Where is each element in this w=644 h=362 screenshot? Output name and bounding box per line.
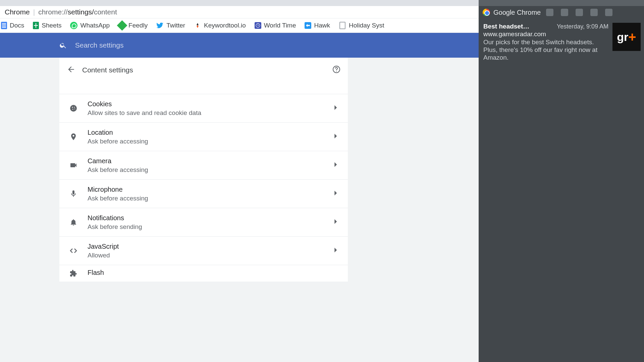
setting-location[interactable]: Location Ask before accessing <box>59 122 348 151</box>
setting-title: JavaScript <box>88 243 119 250</box>
chevron-right-icon <box>334 219 338 225</box>
feedly-icon <box>117 20 127 31</box>
notification-thumbnail: gr+ <box>612 23 641 51</box>
bookmark-label: WhatsApp <box>80 22 110 29</box>
setting-title: Camera <box>88 157 148 165</box>
whatsapp-icon <box>70 22 77 29</box>
microphone-icon <box>69 190 83 198</box>
bookmark-label: Sheets <box>42 22 61 29</box>
menubar-icon <box>590 9 598 16</box>
chevron-right-icon <box>334 162 338 168</box>
location-icon <box>69 133 83 141</box>
url-scheme: chrome:// <box>38 8 68 16</box>
bookmark-docs[interactable]: Docs <box>1 22 24 29</box>
content-settings-panel: Content settings Cookies Allow sites to … <box>59 58 348 282</box>
setting-subtitle: Ask before accessing <box>88 195 148 202</box>
puzzle-icon <box>69 269 83 278</box>
docs-icon <box>1 22 7 29</box>
notification-card[interactable]: Best headset… Yesterday, 9:09 AM www.gam… <box>479 19 644 66</box>
notification-description: Our picks for the best Switch headsets. … <box>483 38 608 62</box>
setting-title: Cookies <box>88 100 201 108</box>
bookmark-label: World Time <box>264 22 296 29</box>
bookmark-label: Docs <box>10 22 24 29</box>
notification-app-name: Google Chrome <box>493 9 541 16</box>
worldtime-icon <box>255 22 261 29</box>
code-icon <box>69 247 83 255</box>
bookmark-label: Holiday Syst <box>349 22 384 29</box>
svg-point-2 <box>70 105 77 112</box>
twitter-icon <box>156 22 164 29</box>
menubar-icon <box>561 9 568 16</box>
setting-subtitle: Allow sites to save and read cookie data <box>88 109 201 117</box>
notification-menubar <box>479 0 644 6</box>
bookmark-twitter[interactable]: Twitter <box>156 22 185 29</box>
help-icon <box>332 65 340 73</box>
notification-center: Google Chrome Best headset… Yesterday, 9… <box>479 0 644 362</box>
bookmark-label: Hawk <box>314 22 330 29</box>
bookmark-label: Keywordtool.io <box>204 22 246 29</box>
help-button[interactable] <box>332 65 340 75</box>
setting-camera[interactable]: Camera Ask before accessing <box>59 151 348 179</box>
cookie-icon <box>69 104 83 112</box>
bookmark-label: Feedly <box>128 22 148 29</box>
menubar-icon <box>605 9 612 16</box>
bookmark-feedly[interactable]: Feedly <box>118 22 148 29</box>
page-title: Content settings <box>82 66 332 74</box>
setting-flash[interactable]: Flash <box>59 265 348 282</box>
svg-point-4 <box>74 107 75 108</box>
setting-title: Flash <box>88 269 104 277</box>
svg-point-5 <box>72 109 73 110</box>
browser-name: Chrome <box>5 8 30 16</box>
chevron-right-icon <box>334 105 338 111</box>
arrow-left-icon <box>67 65 75 74</box>
bookmark-holiday[interactable]: Holiday Syst <box>339 22 384 29</box>
back-button[interactable] <box>67 65 75 75</box>
document-icon <box>339 22 345 29</box>
menubar-icon <box>576 9 583 16</box>
bookmark-worldtime[interactable]: World Time <box>255 22 296 29</box>
svg-point-3 <box>72 107 73 108</box>
url-path-bold: settings/ <box>68 8 94 16</box>
chevron-right-icon <box>334 134 338 140</box>
menubar-icon <box>546 9 553 16</box>
setting-subtitle: Allowed <box>88 252 119 259</box>
setting-notifications[interactable]: Notifications Ask before sending <box>59 208 348 236</box>
url-page: content <box>94 8 117 16</box>
setting-subtitle: Ask before accessing <box>88 138 148 145</box>
search-icon <box>59 41 67 49</box>
chevron-right-icon <box>334 248 338 254</box>
notification-app-header[interactable]: Google Chrome <box>479 6 644 19</box>
sheets-icon <box>33 22 39 29</box>
chrome-icon <box>483 9 490 16</box>
setting-title: Microphone <box>88 186 148 193</box>
notification-site: www.gamesradar.com <box>483 31 608 38</box>
svg-point-6 <box>74 109 75 109</box>
bookmark-keywordtool[interactable]: Keywordtool.io <box>194 22 246 29</box>
camera-icon <box>69 161 83 169</box>
setting-microphone[interactable]: Microphone Ask before accessing <box>59 179 348 208</box>
panel-header: Content settings <box>59 58 348 82</box>
bookmark-sheets[interactable]: Sheets <box>33 22 61 29</box>
bookmark-label: Twitter <box>166 22 185 29</box>
gamesradar-logo-icon: gr+ <box>617 29 636 45</box>
bell-icon <box>69 218 83 226</box>
keywordtool-icon <box>194 22 201 29</box>
search-input[interactable] <box>75 41 348 49</box>
divider: | <box>33 8 35 16</box>
bookmark-whatsapp[interactable]: WhatsApp <box>70 22 110 29</box>
setting-javascript[interactable]: JavaScript Allowed <box>59 236 348 265</box>
chevron-right-icon <box>334 191 338 197</box>
setting-title: Notifications <box>88 214 142 222</box>
notification-time: Yesterday, 9:09 AM <box>557 23 608 30</box>
setting-subtitle: Ask before accessing <box>88 166 148 174</box>
setting-cookies[interactable]: Cookies Allow sites to save and read coo… <box>59 94 348 122</box>
hawk-icon <box>305 22 311 29</box>
bookmark-hawk[interactable]: Hawk <box>305 22 330 29</box>
setting-title: Location <box>88 129 148 136</box>
notification-title: Best headset… <box>483 23 529 30</box>
setting-subtitle: Ask before sending <box>88 223 142 231</box>
